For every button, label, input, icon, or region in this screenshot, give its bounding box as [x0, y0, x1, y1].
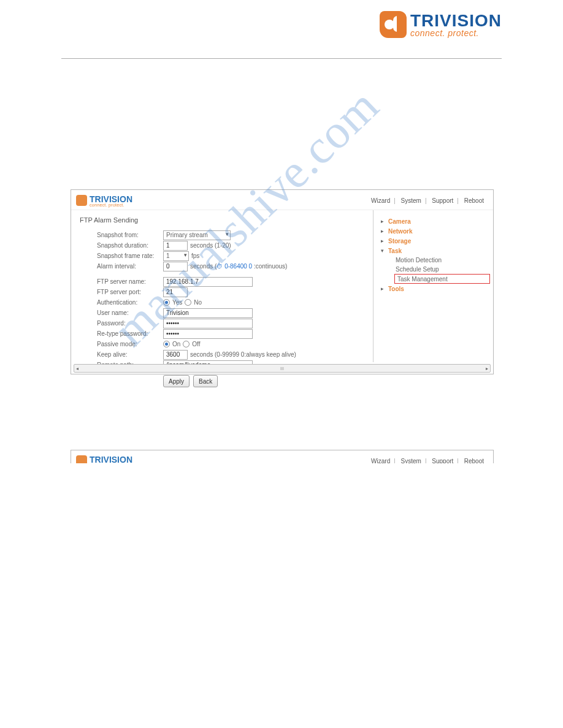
input-keepalive[interactable]: 3600 — [163, 350, 188, 360]
horizontal-scrollbar[interactable]: ◂ III ▸ — [74, 364, 491, 373]
hint-fps: fps — [191, 252, 199, 259]
label-password: Password: — [97, 320, 163, 327]
link-support[interactable]: Support — [430, 197, 455, 204]
label-retype: Re-type password: — [97, 330, 163, 337]
top-links: Wizard| System| Support| Reboot — [369, 458, 486, 464]
section-title: FTP Alarm Sending — [80, 216, 373, 224]
hint-duration: seconds (1-20) — [190, 242, 231, 249]
label-passive: Passive mode: — [97, 341, 163, 347]
link-wizard[interactable]: Wizard — [369, 458, 392, 464]
input-ftp-server[interactable]: 192.168.1.7 — [163, 277, 253, 287]
app-logo: TRIVISION connect. protect. — [76, 194, 132, 207]
link-system[interactable]: System — [399, 197, 423, 204]
sidebar-task[interactable]: Task — [388, 248, 402, 254]
sidebar-network[interactable]: Network — [388, 228, 412, 235]
page-header: TRIVISION connect. protect. — [61, 0, 502, 59]
input-ftp-port[interactable]: 21 — [163, 287, 188, 297]
link-system[interactable]: System — [399, 458, 423, 464]
chevron-right-icon[interactable]: ▸ — [381, 286, 386, 292]
radio-auth-no[interactable] — [185, 299, 191, 306]
radio-passive-on[interactable] — [163, 341, 170, 347]
back-button[interactable]: Back — [193, 375, 218, 387]
scroll-left-icon[interactable]: ◂ — [74, 365, 80, 371]
input-retype[interactable]: •••••• — [163, 329, 253, 339]
label-ftp-port: FTP server port: — [97, 289, 163, 295]
scroll-right-icon[interactable]: ▸ — [484, 365, 490, 371]
apply-button[interactable]: Apply — [163, 375, 190, 387]
chevron-right-icon[interactable]: ▸ — [381, 238, 386, 244]
label-username: User name: — [97, 309, 163, 316]
sidebar-storage[interactable]: Storage — [388, 238, 411, 245]
label-snapshot-from: Snapshot from: — [97, 232, 163, 238]
link-reboot[interactable]: Reboot — [462, 458, 486, 464]
brand-icon — [380, 11, 407, 38]
sidebar-camera[interactable]: Camera — [388, 218, 411, 225]
link-reboot[interactable]: Reboot — [462, 197, 486, 204]
label-alarm-interval: Alarm interval: — [97, 263, 163, 270]
chevron-down-icon[interactable]: ▾ — [381, 248, 386, 254]
top-links: Wizard| System| Support| Reboot — [369, 197, 486, 204]
sidebar-tools[interactable]: Tools — [388, 286, 404, 292]
screenshot-1: TRIVISION connect. protect. Wizard| Syst… — [71, 189, 494, 374]
label-frame-rate: Snapshot frame rate: — [97, 252, 163, 259]
chevron-right-icon[interactable]: ▸ — [381, 218, 386, 224]
sidebar-task-management[interactable]: Task Management — [394, 274, 490, 284]
chevron-right-icon[interactable]: ▸ — [381, 228, 386, 234]
brand-icon — [76, 455, 87, 463]
label-ftp-server: FTP server name: — [97, 278, 163, 285]
app-logo: TRIVISION connect. protect. — [76, 455, 132, 464]
select-snapshot-from[interactable]: Primary stream — [163, 230, 231, 240]
hint-alarm: seconds (⏱ 0-86400 0 :continuous) — [190, 263, 287, 270]
link-support[interactable]: Support — [430, 458, 455, 464]
brand-logo: TRIVISION connect. protect. — [380, 11, 502, 38]
label-snapshot-duration: Snapshot duration: — [97, 242, 163, 249]
radio-passive-off[interactable] — [183, 341, 190, 347]
sidebar-motion-detection[interactable]: Motion Detection — [396, 256, 490, 265]
select-fps[interactable]: 1 — [163, 251, 189, 261]
radio-auth-yes[interactable] — [163, 299, 170, 306]
brand-icon — [76, 195, 87, 206]
screenshot-2: TRIVISION connect. protect. Wizard| Syst… — [71, 450, 494, 463]
link-wizard[interactable]: Wizard — [369, 197, 392, 204]
input-alarm[interactable]: 0 — [163, 262, 188, 271]
input-duration[interactable]: 1 — [163, 241, 188, 251]
label-auth: Authentication: — [97, 299, 163, 306]
sidebar-schedule-setup[interactable]: Schedule Setup — [396, 265, 490, 274]
hint-keepalive: seconds (0-99999 0:always keep alive) — [190, 351, 296, 358]
sidebar: ▸Camera ▸Network ▸Storage ▾Task Motion D… — [373, 210, 490, 362]
input-password[interactable]: •••••• — [163, 319, 253, 328]
label-keepalive: Keep alive: — [97, 351, 163, 358]
app-name: TRIVISION — [90, 455, 132, 464]
input-username[interactable]: Trivision — [163, 308, 253, 318]
brand-tagline: connect. protect. — [410, 28, 502, 38]
